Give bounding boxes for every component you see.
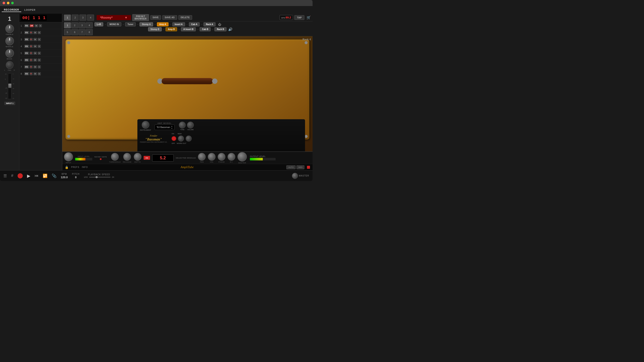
input-knob[interactable]	[64, 152, 73, 161]
rewind-btn[interactable]: ⏮	[34, 173, 38, 178]
sig-tab-6[interactable]: 6	[71, 29, 78, 35]
track-3-r-btn[interactable]: R	[30, 38, 33, 41]
volume-knob-amp[interactable]	[187, 122, 194, 128]
hamburger-icon[interactable]: ☰	[4, 173, 7, 178]
preset-browser-btn[interactable]: PRESETBROWSER	[132, 14, 149, 21]
stomp-b-node[interactable]: Stomp B	[148, 27, 162, 31]
volume-icon[interactable]: 🔊	[228, 27, 232, 31]
lock-icon[interactable]: 🔒	[65, 166, 68, 169]
track-2-fx-btn[interactable]: FX	[24, 31, 29, 34]
track-8-s-btn[interactable]: S	[38, 72, 41, 75]
sig-tab-8[interactable]: 8	[86, 29, 93, 35]
speed-slider[interactable]	[89, 177, 110, 178]
looper-tab[interactable]: LOOPER	[22, 8, 38, 12]
tap-btn[interactable]: TAP	[294, 15, 304, 20]
mono-in-node[interactable]: MONO IN	[107, 22, 121, 26]
fader-handle[interactable]	[8, 84, 12, 88]
bs-master-knob[interactable]	[238, 152, 247, 161]
amp-b-node[interactable]: Amp B	[166, 27, 177, 31]
amp-a-node[interactable]: Amp A	[157, 22, 168, 26]
master-footer-knob[interactable]	[292, 173, 298, 179]
bs-di-knob[interactable]	[228, 153, 235, 161]
track-4-r-btn[interactable]: R	[30, 45, 33, 48]
track-8-fx-btn[interactable]: FX	[24, 72, 29, 75]
track-8-r-btn[interactable]: R	[30, 72, 33, 75]
cab-b-node[interactable]: Cab B	[200, 27, 210, 31]
tuner-node[interactable]: Tuner	[125, 22, 136, 26]
track-2-r-btn[interactable]: R	[30, 31, 33, 34]
chain-tab-4[interactable]: 4	[87, 14, 94, 20]
recorder-tab[interactable]: RECORDER	[2, 8, 21, 12]
minimize-btn[interactable]	[7, 2, 10, 4]
track-1-s-btn[interactable]: S	[39, 24, 42, 27]
track-5-m-btn[interactable]: M	[34, 52, 37, 55]
track-4-s-btn[interactable]: S	[38, 45, 41, 48]
switch-knob-1[interactable]	[178, 136, 184, 142]
amp-model-down[interactable]: ▼	[171, 127, 173, 129]
track-7-fx-btn[interactable]: FX	[24, 65, 29, 68]
bass-knob[interactable]	[5, 49, 14, 57]
track-6-s-btn[interactable]: S	[38, 58, 41, 61]
track-6-fx-btn[interactable]: FX	[24, 58, 29, 61]
save-as-btn[interactable]: SAVE AS	[162, 15, 177, 20]
amp-model-display[interactable]: '53 Bassman ▲ ▼	[154, 125, 174, 130]
maximize-btn[interactable]	[11, 2, 14, 4]
depth-knob[interactable]	[134, 153, 142, 161]
close-btn[interactable]	[2, 2, 5, 4]
preset-dropdown-arrow[interactable]: ▼	[124, 16, 128, 19]
auto-btn[interactable]: AUTO	[286, 165, 296, 169]
track-1-fx-btn[interactable]: FX	[24, 24, 29, 27]
amp-model-up[interactable]: ▲	[171, 125, 173, 127]
play-btn[interactable]: ▶	[27, 173, 30, 178]
rack-b-node[interactable]: Rack B	[214, 27, 226, 31]
track-2-s-btn[interactable]: S	[38, 31, 41, 34]
cab-a-node[interactable]: Cab A	[189, 22, 200, 26]
track-7-m-btn[interactable]: M	[34, 65, 37, 68]
delete-btn[interactable]: DELETE	[178, 15, 192, 20]
save-btn[interactable]: SAVE	[150, 15, 161, 20]
track-3-s-btn[interactable]: S	[38, 38, 41, 41]
release-knob[interactable]	[123, 153, 131, 161]
insert-a-node[interactable]: Insert A	[172, 22, 185, 26]
track-5-r-btn[interactable]: R	[30, 52, 33, 55]
info-btn[interactable]: INFO	[82, 166, 88, 168]
track-6-m-btn[interactable]: M	[34, 58, 37, 61]
power-icon[interactable]: ⏻	[218, 23, 221, 26]
threshold-knob[interactable]	[111, 153, 119, 161]
preset-display[interactable]: *Roomy* ▼	[96, 15, 131, 20]
sig-tab-7[interactable]: 7	[78, 29, 86, 35]
chain-tab-2[interactable]: 2	[72, 14, 78, 20]
loop-btn[interactable]: 🔁	[43, 173, 48, 178]
pan-knob[interactable]	[6, 61, 14, 69]
track-6-r-btn[interactable]: R	[30, 58, 33, 61]
fader-track[interactable]	[8, 73, 12, 99]
bs-pan-knob[interactable]	[198, 153, 206, 161]
sig-tab-2[interactable]: 2	[71, 22, 78, 28]
track-1-r-btn[interactable]: ●R	[30, 24, 34, 27]
track-7-r-btn[interactable]: R	[30, 65, 33, 68]
chain-tab-1[interactable]: 1	[64, 14, 71, 20]
prefs-btn[interactable]: PREFS	[71, 166, 79, 168]
cart-icon[interactable]: 🛒	[306, 15, 311, 19]
bs-phase-knob[interactable]	[218, 153, 226, 161]
power-led[interactable]	[172, 136, 176, 141]
on-button-strip[interactable]: ON	[144, 156, 150, 160]
track-3-m-btn[interactable]: M	[34, 38, 37, 41]
chain-tab-3[interactable]: 3	[80, 14, 86, 20]
grid-icon[interactable]: #	[11, 173, 13, 178]
insert-b-node[interactable]: A Insert B	[181, 27, 196, 31]
midi-btn[interactable]: MIDI	[296, 165, 304, 169]
tone-knob[interactable]	[179, 122, 186, 128]
bs-vol-knob[interactable]	[208, 153, 216, 161]
sig-tab-5[interactable]: 5	[64, 29, 71, 35]
sig-tab-4[interactable]: 4	[86, 22, 93, 28]
track-3-fx-btn[interactable]: FX	[24, 38, 29, 41]
track-1-m-btn[interactable]: M	[34, 24, 38, 27]
middle-knob[interactable]	[5, 37, 14, 45]
speed-handle[interactable]	[96, 176, 98, 178]
track-5-fx-btn[interactable]: FX	[24, 52, 29, 55]
track-5-s-btn[interactable]: S	[38, 52, 41, 55]
sig-tab-1[interactable]: 1	[64, 22, 71, 28]
treble-knob[interactable]	[5, 24, 14, 33]
stomp-a-node[interactable]: Stomp A	[140, 22, 153, 26]
